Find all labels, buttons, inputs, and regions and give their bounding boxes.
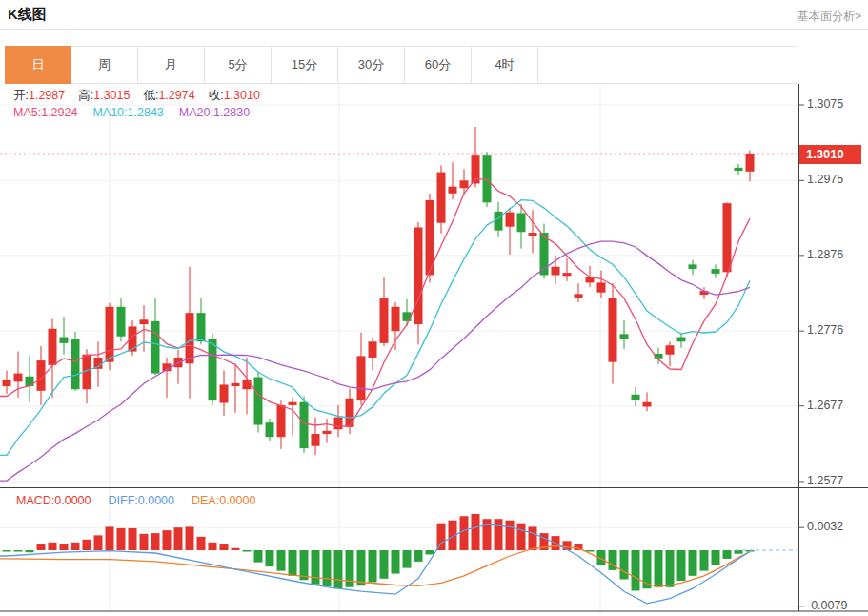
price-axis-label: 1.2677 (807, 399, 843, 412)
candle-body (3, 380, 11, 386)
legend-label: 高: (78, 89, 93, 102)
candle-body (529, 233, 537, 236)
macd-bar (472, 514, 480, 550)
candle-body (151, 321, 160, 374)
kline-widget: K线图 基本面分析> 日周月5分15分30分60分4时 开:1.2987高:1.… (0, 0, 868, 616)
candle-body (506, 213, 515, 227)
macd-axis-label: -0.0079 (807, 599, 847, 612)
candle-body (380, 298, 389, 343)
macd-bar (106, 526, 114, 550)
macd-bar (426, 550, 434, 554)
legend-item: DIFF:0.0000 (109, 494, 174, 507)
macd-bar (243, 550, 252, 552)
legend-label: 收: (209, 89, 224, 102)
macd-bar (620, 550, 629, 580)
macd-bar (197, 537, 206, 550)
candle-body (712, 269, 720, 274)
legend-value: 0.0000 (138, 494, 174, 507)
candle-body (323, 431, 332, 434)
candle-body (449, 187, 457, 194)
candle-body (220, 384, 229, 402)
macd-bar (437, 524, 446, 550)
candle-body (735, 168, 743, 171)
legend-value: 1.2974 (158, 89, 194, 102)
candle-body (60, 338, 69, 343)
candle-body (357, 356, 366, 400)
legend-item: MA20:1.2830 (179, 106, 250, 119)
current-price-value: 1.3010 (806, 147, 844, 161)
macd-bar (117, 528, 126, 550)
candle-body (106, 307, 114, 362)
macd-bar (323, 550, 332, 586)
candle-body (300, 402, 309, 448)
macd-bar (83, 540, 91, 550)
macd-bar (232, 548, 240, 550)
macd-bar (186, 526, 194, 550)
candle-body (552, 267, 560, 276)
legend-label: DIFF: (109, 494, 138, 507)
ma-legend: MA5:1.2924MA10:1.2843MA20:1.2830 (13, 106, 265, 119)
macd-bar (129, 528, 137, 550)
price-axis-label: 1.2975 (807, 173, 843, 186)
legend-item: MA10:1.2843 (92, 106, 163, 119)
candle-body (643, 402, 652, 407)
legend-label: MACD: (16, 494, 54, 507)
candle-body (209, 339, 217, 400)
candle-body (689, 264, 697, 269)
candle-body (746, 154, 755, 172)
candle-body (597, 282, 606, 292)
legend-item: 收:1.3010 (209, 89, 260, 102)
candle-body (460, 180, 469, 188)
price-axis-label: 1.2577 (807, 474, 843, 487)
candle-body (414, 227, 423, 324)
macd-bar (14, 550, 23, 552)
candle-body (254, 378, 263, 425)
ohlc-legend: 开:1.2987高:1.3015低:1.2974收:1.3010 (13, 88, 273, 104)
macd-bar (392, 550, 400, 574)
macd-bar (723, 550, 732, 559)
macd-bar (460, 516, 469, 550)
candle-body (197, 313, 206, 341)
macd-bar (643, 550, 652, 588)
current-price-tag: 1.3010 (799, 145, 861, 164)
candle-body (575, 294, 583, 298)
macd-bar (369, 550, 377, 583)
macd-bar (414, 550, 423, 562)
macd-bar (49, 543, 57, 550)
legend-value: 1.2843 (128, 106, 164, 119)
candle-body (609, 298, 617, 362)
macd-bar (254, 550, 263, 563)
macd-bar (94, 535, 103, 550)
macd-bar (403, 550, 412, 568)
price-axis-label: 1.3075 (807, 97, 843, 111)
candle-body (677, 338, 686, 342)
candle-body (495, 212, 503, 231)
candle-body (369, 341, 377, 358)
candle-body (243, 380, 252, 389)
candle-body (723, 203, 732, 272)
macd-bar (677, 550, 686, 581)
price-axis-label: 1.2876 (807, 248, 843, 261)
macd-bar (700, 550, 709, 571)
legend-label: 低: (143, 89, 158, 102)
legend-value: 1.2924 (41, 106, 77, 119)
legend-label: 开: (13, 89, 29, 102)
macd-axis-label: 0.0032 (807, 520, 843, 533)
macd-bar (495, 519, 503, 550)
macd-bar (357, 550, 366, 585)
macd-bar (529, 526, 537, 550)
macd-bar (266, 550, 274, 566)
candle-body (140, 319, 149, 324)
macd-bar (220, 544, 229, 550)
candle-body (71, 339, 80, 389)
macd-bar (632, 550, 640, 590)
legend-label: MA10: (92, 106, 127, 119)
macd-bar (712, 550, 720, 565)
macd-bar (689, 550, 697, 576)
macd-bar (517, 524, 526, 550)
legend-value: 1.3015 (93, 89, 130, 102)
candle-body (186, 313, 194, 363)
price-axis-label: 1.2776 (807, 323, 843, 337)
macd-bar (174, 527, 183, 550)
candle-body (49, 329, 57, 365)
